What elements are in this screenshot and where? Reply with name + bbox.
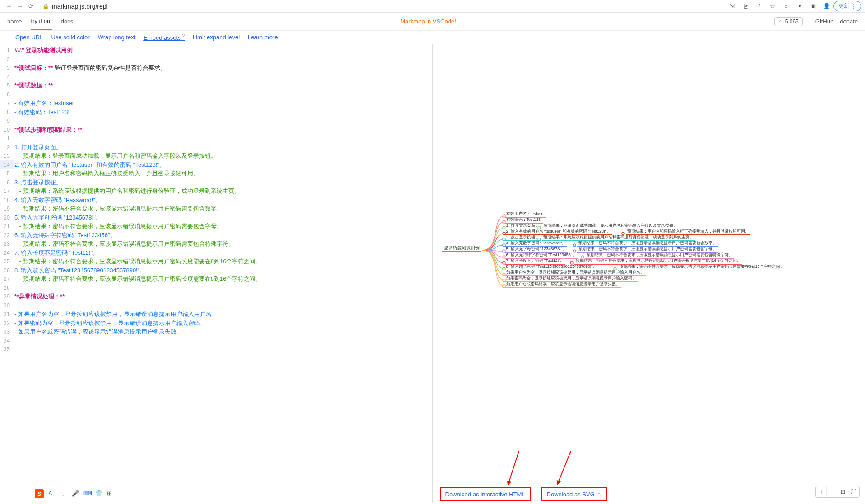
mindmap-root-node[interactable]: 登录功能测试用例 [442, 245, 481, 252]
donate-link[interactable]: donate [840, 18, 858, 25]
editor-line[interactable]: 184. 输入无数字密码 "Password!"。 [0, 196, 432, 205]
line-number: 12 [0, 143, 14, 152]
circle-icon[interactable]: ○ [782, 2, 790, 10]
editor-line[interactable]: 27 - 预期结果：密码不符合要求，应该显示错误消息提示用户密码长度需要在8到1… [0, 275, 432, 284]
editor-line[interactable]: 121. 打开登录页面。 [0, 143, 432, 152]
learn-more-link[interactable]: Learn more [248, 34, 278, 41]
embed-assets-link[interactable]: Embed assets [143, 33, 185, 41]
line-code: **测试步骤和预期结果：** [14, 125, 432, 134]
line-code: - 如果用户名或密码错误，应该显示错误消息提示用户登录失败。 [14, 327, 432, 336]
translate-icon[interactable]: ⊵ [741, 2, 749, 10]
line-number: 32 [0, 319, 14, 328]
line-code: - 预期结果：系统应该根据提供的用户名和密码进行身份验证，成功登录到系统主页。 [14, 187, 432, 196]
mindmap-canvas[interactable]: 登录功能测试用例 有效用户名：testuser有效密码：Test123!1. 打… [433, 44, 865, 503]
download-svg-box: Download as SVG ⚠ [541, 487, 607, 501]
update-button[interactable]: 更新 ⋮ [833, 1, 861, 11]
editor-line[interactable]: 205. 输入无字母密码 "12345678!"。 [0, 213, 432, 222]
editor-line[interactable]: 25 - 预期结果：密码不符合要求，应该显示错误消息提示用户密码长度需要在8到1… [0, 257, 432, 266]
line-code: **异常情况处理：** [14, 292, 432, 301]
editor-line[interactable]: 33- 如果用户名或密码错误，应该显示错误消息提示用户登录失败。 [0, 327, 432, 336]
download-html-link[interactable]: Download as interactive HTML [445, 491, 525, 498]
share-icon[interactable]: ⤴ [755, 2, 763, 10]
editor-line[interactable]: 9 [0, 116, 432, 125]
line-code: 8. 输入超长密码 "Test12345678901234567890!"。 [14, 266, 432, 275]
editor-line[interactable]: 17 - 预期结果：系统应该根据提供的用户名和密码进行身份验证，成功登录到系统主… [0, 187, 432, 196]
editor-line[interactable]: 11 [0, 134, 432, 143]
editor-line[interactable]: 23 - 预期结果：密码不符合要求，应该显示错误消息提示用户密码需要包含特殊字符… [0, 239, 432, 248]
editor-line[interactable]: 34 [0, 336, 432, 345]
bookmark-icon[interactable]: ☆ [768, 2, 777, 10]
url-text: markmap.js.org/repl [52, 3, 108, 10]
line-code: - 预期结果：密码不符合要求，应该显示错误消息提示用户密码长度需要在8到16个字… [14, 257, 432, 266]
line-code [14, 90, 432, 99]
line-code: - 如果密码为空，登录按钮应该被禁用，显示错误消息提示用户输入密码。 [14, 319, 432, 328]
download-svg-link[interactable]: Download as SVG [547, 491, 595, 498]
line-number: 10 [0, 125, 14, 134]
editor-line[interactable]: 30 [0, 301, 432, 310]
line-number: 5 [0, 81, 14, 90]
editor-line[interactable]: 35 [0, 345, 432, 354]
line-number: 24 [0, 248, 14, 257]
limit-expand-link[interactable]: Limit expand level [193, 34, 240, 41]
editor-line[interactable]: 13 - 预期结果：登录页面成功加载，显示用户名和密码输入字段以及登录按钮。 [0, 151, 432, 160]
editor-content[interactable]: 1### 登录功能测试用例23**测试目标：** 验证登录页面的密码复杂性是否符… [0, 44, 432, 503]
grid-icon[interactable]: ⊞ [107, 490, 114, 497]
editor-line[interactable]: 10**测试步骤和预期结果：** [0, 125, 432, 134]
update-label: 更新 [838, 2, 849, 10]
line-code: - 如果用户名为空，登录按钮应该被禁用，显示错误消息提示用户输入用户名。 [14, 310, 432, 319]
keyboard-icon[interactable]: ⌨ [83, 490, 91, 497]
open-url-link[interactable]: Open URL [15, 34, 43, 41]
forward-button[interactable]: → [15, 2, 24, 11]
sogou-icon[interactable]: S [35, 489, 44, 498]
editor-line[interactable]: 7- 有效用户名：testuser [0, 99, 432, 108]
editor-line[interactable]: 31- 如果用户名为空，登录按钮应该被禁用，显示错误消息提示用户输入用户名。 [0, 310, 432, 319]
tab-docs[interactable]: docs [61, 14, 73, 29]
mic-icon[interactable]: 🎤 [72, 490, 79, 497]
solid-color-link[interactable]: Use solid color [51, 34, 89, 41]
editor-line[interactable]: 268. 输入超长密码 "Test12345678901234567890!"。 [0, 266, 432, 275]
editor-line[interactable]: 163. 点击登录按钮。 [0, 178, 432, 187]
line-code: - 预期结果：登录页面成功加载，显示用户名和密码输入字段以及登录按钮。 [14, 151, 432, 160]
line-code: 4. 输入无数字密码 "Password!"。 [14, 196, 432, 205]
install-icon[interactable]: ⇲ [728, 2, 736, 10]
editor-line[interactable]: 15 - 预期结果：用户名和密码输入框正确接受输入，并且登录按钮可用。 [0, 169, 432, 178]
line-number: 16 [0, 178, 14, 187]
editor-line[interactable]: 1### 登录功能测试用例 [0, 46, 432, 55]
line-number: 3 [0, 64, 14, 73]
reload-button[interactable]: ⟳ [26, 2, 35, 11]
github-link[interactable]: GitHub [815, 18, 833, 25]
editor-line[interactable]: 32- 如果密码为空，登录按钮应该被禁用，显示错误消息提示用户输入密码。 [0, 319, 432, 328]
editor-line[interactable]: 142. 输入有效的用户名 "testuser" 和有效的密码 "Test123… [0, 160, 432, 170]
line-number: 28 [0, 284, 14, 293]
line-number: 26 [0, 266, 14, 275]
line-number: 13 [0, 151, 14, 160]
line-number: 1 [0, 46, 14, 55]
wrap-text-link[interactable]: Wrap long text [98, 34, 136, 41]
editor-line[interactable]: 2 [0, 55, 432, 64]
editor-line[interactable]: 29**异常情况处理：** [0, 292, 432, 301]
letter-a-icon[interactable]: A [48, 490, 56, 497]
editor-line[interactable]: 28 [0, 284, 432, 293]
back-button[interactable]: ← [5, 2, 14, 11]
editor-line[interactable]: 3**测试目标：** 验证登录页面的密码复杂性是否符合要求。 [0, 64, 432, 73]
vscode-link[interactable]: Markmap in VSCode! [400, 18, 456, 25]
editor-line[interactable]: 8- 有效密码：Test123! [0, 108, 432, 117]
skin-icon[interactable]: 👕 [95, 490, 102, 497]
profile-icon[interactable]: 👤 [823, 2, 831, 10]
panel-icon[interactable]: ▣ [809, 2, 817, 10]
editor-line[interactable]: 19 - 预期结果：密码不符合要求，应该显示错误消息提示用户密码需要包含数字。 [0, 204, 432, 213]
editor-line[interactable]: 21 - 预期结果：密码不符合要求，应该显示错误消息提示用户密码需要包含字母。 [0, 222, 432, 231]
editor-line[interactable]: 4 [0, 73, 432, 82]
editor-line[interactable]: 247. 输入长度不足密码 "Test12!"。 [0, 248, 432, 257]
github-stars[interactable]: ☆ 5,065 [774, 17, 803, 26]
punct-icon[interactable]: ， [60, 490, 67, 497]
extensions-icon[interactable]: ✦ [796, 2, 804, 10]
editor-line[interactable]: 226. 输入无特殊字符密码 "Test123456"。 [0, 231, 432, 240]
editor-line[interactable]: 6 [0, 90, 432, 99]
line-code: - 预期结果：密码不符合要求，应该显示错误消息提示用户密码长度需要在8到16个字… [14, 275, 432, 284]
mindmap-node[interactable]: 如果用户名或密码错误，应该显示错误消息提示用户登录失败。 [505, 281, 621, 288]
address-bar[interactable]: 🔒 markmap.js.org/repl [42, 3, 108, 10]
editor-line[interactable]: 5**测试数据：** [0, 81, 432, 90]
tab-home[interactable]: home [7, 14, 22, 29]
tab-try-it-out[interactable]: try it out [31, 13, 52, 30]
